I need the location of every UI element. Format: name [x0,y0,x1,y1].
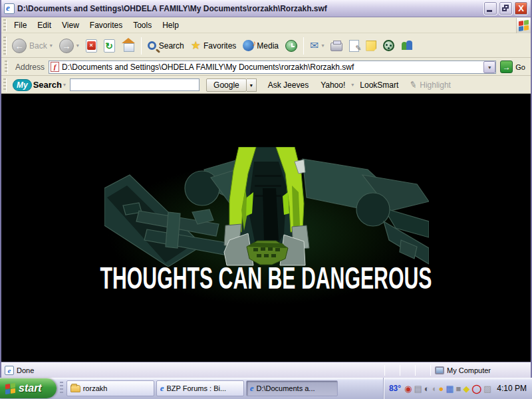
menu-favorites[interactable]: Favorites [84,19,128,32]
taskbar-clock[interactable]: 4:10 PM [497,384,527,393]
media-button[interactable]: ♪ Media [239,39,282,53]
task-button-rorzakh-swf[interactable]: e D:\Documents a... [246,380,338,396]
favorites-star-icon: ★ [191,39,201,53]
back-chevron-icon[interactable]: ▾ [50,43,53,49]
address-bar: Address f ▾ → Go [1,59,531,76]
screen: D:\Documents and Settings\OHDELA FAMILY\… [0,0,532,399]
address-combo: f ▾ [49,61,496,74]
messenger-button[interactable] [398,39,416,53]
toolbar-grip[interactable] [5,61,8,74]
mail-button[interactable]: ✉ ▾ [307,38,327,53]
start-windows-flag-icon [5,382,15,394]
ring-icon[interactable]: ◯ [471,384,481,393]
history-clock-icon [285,40,297,52]
refresh-button[interactable]: ↻ [100,38,118,54]
system-tray: 83° ◉ ▤ ◐ ◖ ● ▦ ■ ◆ ◯ ▨ 4:10 PM [383,378,532,399]
security-zone-pane: My Computer [431,366,531,374]
monitor-icon[interactable]: ■ [456,384,462,393]
task-button-bzp-forums[interactable]: e BZP Forums : Bi... [156,380,244,396]
history-button[interactable] [282,39,301,53]
sticky-note-icon [366,41,376,51]
menu-bar: File Edit View Favorites Tools Help [1,18,531,33]
ask-jeeves-button[interactable]: Ask Jeeves [262,79,315,91]
ladybug-addon-button[interactable] [380,39,398,53]
menu-tools[interactable]: Tools [128,19,157,32]
close-button[interactable]: X [514,1,528,15]
mysearch-brand-label: Search [33,80,62,90]
task-button-rorzakh[interactable]: rorzakh [66,380,154,396]
address-dropdown-button[interactable]: ▾ [483,61,495,73]
mail-envelope-icon: ✉ [310,39,319,52]
title-bar[interactable]: D:\Documents and Settings\OHDELA FAMILY\… [1,0,531,17]
start-button[interactable]: start [0,378,57,398]
zone-text: My Computer [447,366,491,374]
print-button[interactable] [327,39,346,53]
browser-window: D:\Documents and Settings\OHDELA FAMILY\… [0,0,532,378]
flash-movie-stage[interactable]: THOUGHTS CAN BE DANGEROUS [1,94,531,362]
favorites-button[interactable]: ★ Favorites [188,37,240,54]
media-globe-icon: ♪ [243,40,254,51]
standard-buttons-toolbar: ← Back ▾ → ▾ × ↻ Search ★ [1,34,531,58]
highlight-pen-icon: ✎ [409,79,418,90]
menu-view[interactable]: View [57,19,84,32]
menu-edit[interactable]: Edit [32,19,57,32]
buddy-icon[interactable]: ● [438,384,444,393]
ie-page-icon: e [5,366,14,375]
ie-icon: e [250,383,254,394]
flash-caption-text: THOUGHTS CAN BE DANGEROUS [75,260,456,296]
google-dropdown-button[interactable]: ▾ [247,78,257,92]
back-icon: ← [12,39,27,53]
looksmart-button[interactable]: LookSmart [354,79,404,91]
toolbar-separator [141,37,142,55]
volume-icon[interactable]: ◐ [424,384,430,393]
stop-button[interactable]: × [82,38,100,54]
rahkshi-artwork [104,147,429,267]
printer-status-icon[interactable]: ▤ [414,384,422,393]
edit-page-icon [349,40,359,52]
restore-button[interactable] [499,1,513,15]
status-bar: e Done My Computer [1,362,531,378]
mysearch-toolbar: My Search ▾ Google ▾ Ask Jeeves Yahoo! ▾… [1,76,531,94]
pattern-icon[interactable]: ▨ [483,384,491,393]
home-button[interactable] [118,38,138,54]
taskbar-grip[interactable] [60,382,63,394]
messenger-people-icon [401,41,413,51]
weather-temperature[interactable]: 83° [389,384,401,393]
forward-button[interactable]: → ▾ [56,37,82,55]
search-button[interactable]: Search [144,40,188,52]
minimize-button[interactable] [483,1,497,15]
print-icon [331,43,342,51]
status-text: Done [17,366,34,374]
back-button[interactable]: ← Back ▾ [9,37,56,55]
weatherbug-icon[interactable]: ◉ [404,384,412,393]
pointer-device-icon[interactable]: ◖ [432,384,437,393]
diamond-utility-icon[interactable]: ◆ [463,384,469,393]
toolbar-grip[interactable] [3,78,7,92]
highlight-button[interactable]: Highlight [420,80,451,90]
search-icon [148,41,156,50]
menu-file[interactable]: File [9,19,32,32]
ladybug-icon [383,40,394,51]
mail-chevron-icon[interactable]: ▾ [321,43,324,49]
window-title: D:\Documents and Settings\OHDELA FAMILY\… [17,4,482,13]
toolbar-grip[interactable] [3,37,7,55]
google-search-button[interactable]: Google [206,78,247,92]
status-empty-pane [416,362,430,378]
my-computer-icon [435,366,444,374]
address-label: Address [15,63,45,72]
status-empty-pane [400,362,415,378]
menu-help[interactable]: Help [157,19,184,32]
yahoo-button[interactable]: Yahoo! [315,79,351,91]
flash-file-icon: f [51,62,59,72]
mysearch-logo: My [13,79,32,91]
toolbar-grip[interactable] [3,19,7,31]
home-icon [122,42,135,53]
display-settings-icon[interactable]: ▦ [446,384,454,393]
address-input[interactable] [62,61,483,73]
forward-chevron-icon[interactable]: ▾ [76,43,79,49]
notes-addon-button[interactable] [362,39,380,53]
mysearch-chevron-icon[interactable]: ▾ [63,82,66,88]
edit-button[interactable] [346,39,362,53]
mysearch-input[interactable] [70,78,200,91]
go-button[interactable]: → Go [496,61,531,73]
